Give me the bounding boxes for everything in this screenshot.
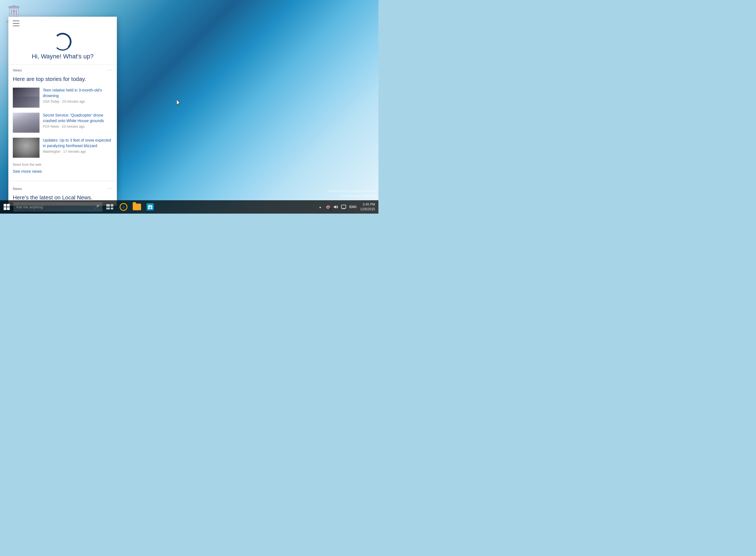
clock-time: 3:45 PM [360, 202, 375, 207]
news-item-2-info: Secret Service: 'Quadcopter' drone crash… [43, 113, 112, 133]
news-item-2[interactable]: Secret Service: 'Quadcopter' drone crash… [8, 111, 117, 134]
windows-logo-icon [4, 204, 10, 210]
news-item-3-meta: Washington · 17 minutes ago [43, 150, 112, 153]
file-explorer-button[interactable] [130, 200, 144, 214]
internet-explorer-button[interactable] [117, 200, 130, 214]
internet-explorer-icon [119, 203, 128, 211]
svg-line-5 [16, 9, 16, 15]
news-section-2-title: News [13, 187, 22, 191]
news-section-1: News ··· Here are top stories for today.… [8, 65, 117, 179]
system-clock[interactable]: 3:45 PM 1/26/2015 [359, 202, 376, 212]
svg-rect-8 [7, 204, 10, 207]
clock-date: 1/26/2015 [360, 207, 375, 212]
svg-rect-10 [7, 207, 10, 210]
action-center-icon [341, 205, 346, 209]
taskbar-apps [104, 200, 157, 214]
cortana-logo-area [8, 28, 117, 53]
system-tray: ▲ [315, 200, 378, 214]
watermark-line2: Evaluation copy. Build 992 [328, 194, 376, 198]
see-more-news-link[interactable]: See more news [8, 167, 117, 175]
svg-text:♻: ♻ [13, 10, 15, 13]
svg-rect-9 [4, 207, 6, 210]
news-item-3-title: Updates: Up to 3 feet of snow expected i… [43, 138, 112, 148]
start-button[interactable] [0, 200, 13, 214]
network-icon [325, 205, 331, 209]
recycle-bin-svg: ♻ [7, 3, 21, 17]
cortana-search-bar[interactable]: 🎤 [13, 202, 102, 212]
cortana-header [8, 17, 117, 28]
volume-icon-button[interactable] [333, 204, 339, 210]
news-item-2-meta: FOX News · 10 minutes ago [43, 125, 112, 129]
cortana-circle-icon [54, 33, 71, 50]
news-item-1-meta: USA Today · 23 minutes ago [43, 100, 112, 103]
news-section-1-more-button[interactable]: ··· [107, 68, 112, 73]
volume-icon [333, 205, 338, 209]
news-item-1[interactable]: Teen relative held in 3-month-old's drow… [8, 86, 117, 109]
microphone-icon[interactable]: 🎤 [94, 204, 100, 210]
search-input[interactable] [16, 205, 92, 209]
news-item-3-thumbnail [13, 138, 39, 158]
cortana-scroll-area[interactable]: News ··· Here are top stories for today.… [8, 65, 117, 206]
svg-rect-7 [4, 204, 6, 207]
news-section-2-more-button[interactable]: ··· [107, 186, 112, 191]
cortana-greeting-section: Hi, Wayne! What's up? [8, 53, 117, 65]
network-icon-button[interactable] [325, 204, 332, 210]
svg-marker-18 [334, 205, 336, 209]
tray-overflow-icon: ▲ [319, 205, 322, 209]
news-item-3[interactable]: Updates: Up to 3 feet of snow expected i… [8, 136, 117, 160]
news-item-1-title: Teen relative held in 3-month-old's drow… [43, 88, 112, 99]
hamburger-line-1 [13, 21, 20, 21]
news-section-1-title: News [13, 68, 22, 72]
hamburger-menu-button[interactable] [13, 21, 20, 26]
svg-point-16 [328, 208, 329, 209]
news-item-3-info: Updates: Up to 3 feet of snow expected i… [43, 138, 112, 158]
svg-rect-14 [150, 208, 152, 209]
svg-rect-15 [148, 205, 152, 206]
hamburger-line-3 [13, 26, 20, 26]
windows-store-icon [147, 203, 154, 211]
svg-line-3 [11, 9, 12, 15]
task-view-icon [106, 204, 114, 210]
taskbar: 🎤 [0, 200, 378, 214]
news-item-1-info: Teen relative held in 3-month-old's drow… [43, 88, 112, 108]
news-item-2-title: Secret Service: 'Quadcopter' drone crash… [43, 113, 112, 124]
cortana-panel: Hi, Wayne! What's up? News ··· Here are … [8, 17, 117, 206]
news-section-1-headline: Here are top stories for today. [8, 74, 117, 86]
svg-rect-2 [12, 6, 15, 7]
hamburger-line-2 [13, 23, 20, 24]
svg-rect-13 [148, 208, 150, 209]
task-view-button[interactable] [104, 200, 117, 214]
windows-store-button[interactable] [144, 200, 157, 214]
cortana-greeting: Hi, Wayne! What's up? [13, 53, 112, 60]
news-section-2-header: News ··· [8, 183, 117, 193]
news-item-2-thumbnail [13, 113, 39, 133]
news-section-1-header: News ··· [8, 65, 117, 74]
action-center-button[interactable] [340, 204, 347, 210]
watermark-line1: Windows 10 Pro Technical Preview [328, 189, 376, 194]
news-from-web-label: News from the web [8, 161, 117, 167]
file-explorer-icon [133, 204, 141, 210]
windows-watermark: Windows 10 Pro Technical Preview Evaluat… [328, 189, 376, 198]
language-button[interactable]: ENG [348, 204, 358, 210]
news-divider [8, 181, 117, 181]
svg-rect-19 [341, 205, 346, 208]
news-item-1-thumbnail [13, 88, 39, 108]
language-label: ENG [349, 205, 357, 209]
tray-overflow-button[interactable]: ▲ [317, 204, 323, 210]
